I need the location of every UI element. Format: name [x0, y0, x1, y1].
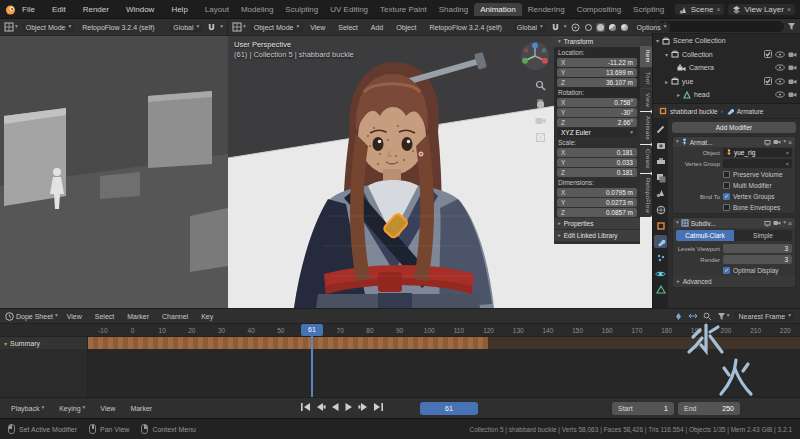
tab-view-layer-icon[interactable]: [654, 171, 667, 184]
breadcrumb-modifier[interactable]: Armature: [737, 108, 764, 115]
dimensions-field[interactable]: Y0.0273 m: [557, 198, 637, 207]
orientation-select[interactable]: Global▾: [513, 23, 547, 32]
zoom-icon[interactable]: [535, 80, 546, 91]
workspace-tab[interactable]: Scripting: [627, 3, 670, 16]
snap-magnet-icon[interactable]: [207, 23, 216, 32]
snap-magnet-icon[interactable]: [551, 23, 560, 32]
jump-to-start-button[interactable]: [300, 402, 311, 412]
dopesheet-track-area[interactable]: [0, 349, 800, 397]
render-visibility-icon[interactable]: [788, 91, 797, 98]
subdivision-modifier-header[interactable]: ▾ Subdiv... ▾ ×: [673, 218, 795, 228]
dopesheet-menu[interactable]: View: [64, 312, 85, 321]
toggle-perspective-icon[interactable]: [535, 132, 546, 143]
tab-object-data-icon[interactable]: [654, 283, 667, 296]
summary-channel-label[interactable]: ▾Summary: [0, 337, 88, 349]
snap-options-dropdown[interactable]: ▾: [564, 24, 567, 30]
workspace-tab[interactable]: Modeling: [235, 3, 279, 16]
rotation-field[interactable]: Z2.66°: [557, 118, 637, 127]
outliner-row-scene-collection[interactable]: ▾ Scene Collection: [653, 34, 800, 48]
marker-menu[interactable]: Marker: [127, 404, 155, 413]
outliner-filter-icon[interactable]: [787, 22, 796, 31]
add-modifier-button[interactable]: Add Modifier: [672, 122, 796, 133]
modifier-close-icon[interactable]: ×: [788, 139, 792, 146]
timeline-ruler[interactable]: -100102030405060708090100110120130140150…: [0, 324, 800, 337]
levels-viewport-field[interactable]: 3: [723, 244, 792, 253]
dopesheet-menu[interactable]: Select: [92, 312, 117, 321]
render-visibility-icon[interactable]: [788, 64, 797, 71]
workspace-tab[interactable]: Layout: [199, 3, 235, 16]
render-visibility-icon[interactable]: [788, 51, 797, 58]
workspace-tab[interactable]: Sculpting: [279, 3, 324, 16]
editor-type-button[interactable]: ▾: [4, 22, 18, 32]
modifier-render-toggle-icon[interactable]: [773, 139, 781, 145]
workspace-tab[interactable]: Animation: [474, 3, 522, 16]
viewport-menu[interactable]: Object: [393, 23, 419, 32]
shading-wireframe-button[interactable]: [584, 23, 593, 32]
tab-modifiers-icon[interactable]: [654, 235, 667, 248]
topbar-menu[interactable]: Window: [121, 3, 159, 16]
mode-select[interactable]: Object Mode▾: [250, 23, 303, 32]
location-field[interactable]: Y13.699 m: [557, 68, 637, 77]
frame-start-field[interactable]: Start1: [612, 402, 674, 415]
workspace-tab[interactable]: Compositing: [571, 3, 627, 16]
dimensions-field[interactable]: Z0.0857 m: [557, 208, 637, 217]
n-panel-tab[interactable]: Tool: [640, 68, 652, 88]
n-panel-tab[interactable]: Create: [640, 145, 652, 173]
view-layer-unlink-icon[interactable]: ×: [787, 6, 791, 13]
modifier-extras-dropdown[interactable]: ▾: [783, 220, 786, 226]
hide-eye-icon[interactable]: [775, 64, 785, 71]
topbar-menu[interactable]: Render: [78, 3, 114, 16]
topbar-menu[interactable]: Help: [166, 3, 192, 16]
mode-select[interactable]: Object Mode▾: [22, 23, 75, 32]
outliner-search-input[interactable]: [657, 21, 784, 32]
modifier-render-toggle-icon[interactable]: [773, 220, 781, 226]
exclude-checkbox[interactable]: [764, 77, 772, 85]
modifier-display-toggle-icon[interactable]: [764, 139, 771, 146]
shading-material-button[interactable]: [608, 23, 617, 32]
outliner-row-collection[interactable]: ▾ Collection: [653, 48, 800, 62]
tab-particles-icon[interactable]: [654, 251, 667, 264]
current-frame-indicator[interactable]: 61: [301, 324, 323, 336]
optimal-display-checkbox[interactable]: ✓: [723, 267, 730, 274]
tab-output-icon[interactable]: [654, 155, 667, 168]
dopesheet-menu[interactable]: Key: [198, 312, 216, 321]
transform-panel-header[interactable]: ▾Transform: [554, 36, 640, 47]
proportional-edit-icon[interactable]: [571, 23, 580, 32]
topbar-menu[interactable]: Edit: [47, 3, 71, 16]
rotation-mode-select[interactable]: XYZ Euler▾: [557, 128, 637, 137]
multi-modifier-checkbox[interactable]: [723, 182, 730, 189]
n-panel-tab[interactable]: View: [640, 89, 652, 111]
viewport-menu[interactable]: Select: [335, 23, 360, 32]
hide-eye-icon[interactable]: [775, 78, 785, 85]
editor-type-button[interactable]: ▾: [232, 22, 246, 32]
dimensions-field[interactable]: X0.0795 m: [557, 188, 637, 197]
current-frame-field[interactable]: 61: [420, 402, 478, 415]
rotation-field[interactable]: X0.758°: [557, 98, 637, 107]
dopesheet-menu[interactable]: Marker: [124, 312, 152, 321]
exclude-checkbox[interactable]: [764, 50, 772, 58]
channel-list-region[interactable]: [0, 349, 88, 397]
play-reverse-button[interactable]: [330, 402, 340, 412]
keying-menu[interactable]: Keying▾: [56, 404, 88, 413]
vertex-groups-checkbox[interactable]: ✓: [723, 193, 730, 200]
render-levels-field[interactable]: 3: [723, 255, 792, 264]
viewport-menu[interactable]: View: [307, 23, 328, 32]
tab-scene-icon[interactable]: [654, 187, 667, 200]
outliner-row-head[interactable]: ▸ head: [653, 88, 800, 102]
n-panel-tab[interactable]: Item: [640, 46, 652, 67]
edit-linked-library-panel-header[interactable]: ▸Edit Linked Library: [554, 230, 640, 241]
filter-icon[interactable]: ▾: [717, 312, 730, 321]
bone-envelopes-checkbox[interactable]: [723, 204, 730, 211]
camera-view-icon[interactable]: [535, 116, 546, 125]
viewport-menu[interactable]: RetopoFlow 3.2.4 (self): [426, 23, 504, 32]
n-panel-tab[interactable]: RetopoFlow: [640, 174, 652, 217]
sync-mode-select[interactable]: Nearest Frame▾: [735, 312, 795, 321]
modifier-display-toggle-icon[interactable]: [764, 220, 771, 227]
editor-type-button[interactable]: Dope Sheet▾: [5, 312, 58, 321]
rotation-field[interactable]: Y-30°: [557, 108, 637, 117]
playback-menu[interactable]: Playback▾: [8, 404, 47, 413]
topbar-menu[interactable]: File: [17, 3, 40, 16]
options-button[interactable]: Options▾: [633, 23, 671, 32]
outliner-row-yue[interactable]: ▸ yue: [653, 75, 800, 89]
jump-to-end-button[interactable]: [373, 402, 384, 412]
